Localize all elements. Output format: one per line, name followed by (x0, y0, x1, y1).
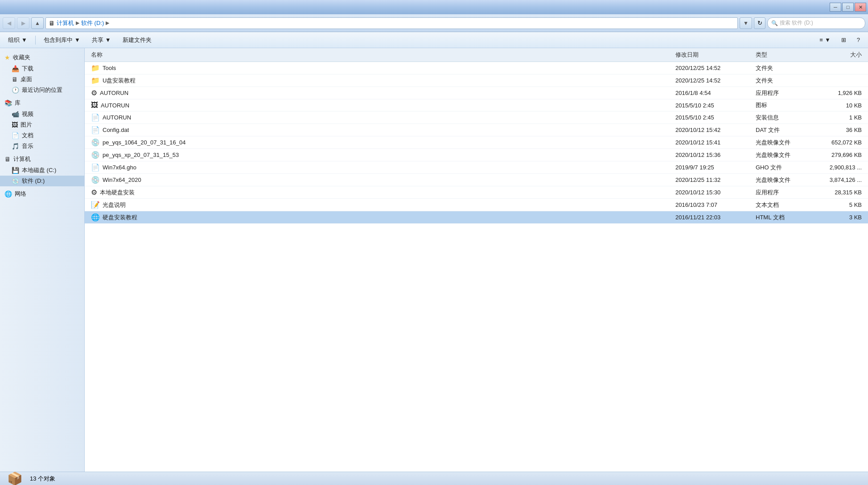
sidebar-item-doc[interactable]: 📄 文档 (0, 130, 84, 141)
file-type-icon: 📄 (91, 126, 100, 134)
table-row[interactable]: 🌐硬盘安装教程2016/11/21 22:03HTML 文档3 KB (85, 211, 868, 224)
table-row[interactable]: 💿pe_yqs_1064_20_07_31_16_042020/10/12 15… (85, 136, 868, 149)
up-button[interactable]: ▲ (31, 17, 44, 29)
dropdown-button[interactable]: ▼ (740, 17, 752, 29)
file-name: 本地硬盘安装 (100, 189, 135, 197)
help-button[interactable]: ? (852, 34, 864, 46)
file-name-cell: 💿pe_yqs_1064_20_07_31_16_04 (88, 137, 673, 148)
back-button[interactable]: ◀ (3, 17, 15, 29)
file-size-cell: 652,072 KB (806, 138, 864, 147)
computer-sidebar-icon: 🖥 (4, 156, 11, 163)
organize-dropdown-icon: ▼ (21, 37, 27, 43)
minimize-button[interactable]: ─ (830, 3, 841, 12)
favorites-section: ★ 收藏夹 📥 下载 🖥 桌面 🕐 最近访问的位置 (0, 52, 84, 95)
col-type[interactable]: 类型 (753, 50, 806, 60)
new-folder-button[interactable]: 新建文件夹 (118, 34, 156, 46)
breadcrumb[interactable]: 🖥 计算机 ▶ 软件 (D:) ▶ (45, 17, 738, 29)
share-button[interactable]: 共享 ▼ (87, 34, 115, 46)
view-menu-button[interactable]: ≡ ▼ (815, 34, 835, 46)
file-type-cell: 应用程序 (753, 188, 806, 197)
close-button[interactable]: ✕ (855, 3, 866, 12)
toolbar-divider-1 (35, 36, 36, 45)
table-row[interactable]: 💿Win7x64_20202020/12/25 11:32光盘映像文件3,874… (85, 174, 868, 186)
sidebar-item-recent[interactable]: 🕐 最近访问的位置 (0, 85, 84, 95)
network-icon: 🌐 (4, 190, 12, 197)
share-label: 共享 (92, 36, 103, 44)
table-row[interactable]: 💿pe_yqs_xp_20_07_31_15_532020/10/12 15:3… (85, 149, 868, 161)
sidebar-item-music[interactable]: 🎵 音乐 (0, 141, 84, 152)
file-type-cell: 光盘映像文件 (753, 150, 806, 160)
table-row[interactable]: 📁Tools2020/12/25 14:52文件夹 (85, 62, 868, 74)
file-name-cell: 🌐硬盘安装教程 (88, 212, 673, 222)
sidebar-item-download[interactable]: 📥 下载 (0, 63, 84, 74)
file-size-cell: 1 KB (806, 113, 864, 122)
col-name[interactable]: 名称 (88, 50, 673, 60)
computer-header[interactable]: 🖥 计算机 (0, 153, 84, 165)
sidebar-item-picture[interactable]: 🖼 图片 (0, 119, 84, 130)
file-type-icon: 📄 (91, 113, 100, 122)
sidebar-item-local-c[interactable]: 💾 本地磁盘 (C:) (0, 165, 84, 176)
col-modified[interactable]: 修改日期 (673, 50, 753, 60)
breadcrumb-sep1: ▶ (76, 20, 79, 26)
refresh-button[interactable]: ↻ (754, 17, 765, 29)
file-type-icon: ⚙ (91, 188, 97, 197)
sidebar-item-video[interactable]: 📹 视频 (0, 109, 84, 119)
local-c-icon: 💾 (12, 167, 19, 174)
search-placeholder: 搜索 软件 (D:) (780, 19, 813, 27)
table-row[interactable]: ⚙AUTORUN2016/1/8 4:54应用程序1,926 KB (85, 87, 868, 99)
recent-label: 最近访问的位置 (22, 86, 62, 94)
sidebar-item-software-d[interactable]: 💿 软件 (D:) (0, 176, 84, 186)
library-header[interactable]: 📚 库 (0, 97, 84, 109)
table-row[interactable]: 📝光盘说明2016/10/23 7:07文本文档5 KB (85, 199, 868, 211)
network-label: 网络 (15, 190, 26, 198)
file-modified-cell: 2015/5/10 2:45 (673, 113, 753, 122)
file-type-cell: 应用程序 (753, 88, 806, 98)
file-modified-cell: 2016/1/8 4:54 (673, 89, 753, 97)
file-name: Win7x64_2020 (103, 177, 141, 183)
file-modified-cell: 2016/11/21 22:03 (673, 213, 753, 222)
maximize-button[interactable]: □ (842, 3, 854, 12)
picture-icon: 🖼 (12, 121, 18, 128)
file-name: U盘安装教程 (103, 77, 136, 85)
table-row[interactable]: 📁U盘安装教程2020/12/25 14:52文件夹 (85, 74, 868, 87)
status-bar: 📦 13 个对象 (0, 472, 868, 485)
breadcrumb-computer[interactable]: 计算机 (57, 19, 74, 27)
table-row[interactable]: 📄AUTORUN2015/5/10 2:45安装信息1 KB (85, 111, 868, 124)
file-type-cell: HTML 文档 (753, 213, 806, 222)
file-name-cell: ⚙AUTORUN (88, 88, 673, 98)
back-icon: ◀ (7, 20, 11, 26)
desktop-label: 桌面 (21, 75, 32, 83)
file-size-cell: 3,874,126 ... (806, 176, 864, 184)
file-type-cell: 文本文档 (753, 200, 806, 210)
include-library-button[interactable]: 包含到库中 ▼ (39, 34, 85, 46)
forward-button[interactable]: ▶ (17, 17, 29, 29)
sidebar-item-desktop[interactable]: 🖥 桌面 (0, 74, 84, 85)
col-size[interactable]: 大小 (806, 50, 864, 60)
file-name: Win7x64.gho (103, 164, 136, 171)
favorites-header[interactable]: ★ 收藏夹 (0, 52, 84, 63)
file-name-cell: 📄AUTORUN (88, 112, 673, 123)
software-d-icon: 💿 (12, 177, 19, 185)
view-dropdown-icon: ▼ (825, 37, 831, 43)
table-row[interactable]: 🖼AUTORUN2015/5/10 2:45图标10 KB (85, 99, 868, 111)
library-label: 库 (15, 99, 21, 107)
download-icon: 📥 (12, 65, 19, 72)
help-icon: ? (857, 37, 860, 43)
table-row[interactable]: 📄Config.dat2020/10/12 15:42DAT 文件36 KB (85, 124, 868, 136)
table-row[interactable]: 📄Win7x64.gho2019/9/7 19:25GHO 文件2,900,81… (85, 161, 868, 174)
favorites-icon: ★ (4, 54, 10, 61)
software-d-label: 软件 (D:) (22, 177, 45, 185)
status-app-icon: 📦 (7, 471, 23, 485)
file-name-cell: 💿pe_yqs_xp_20_07_31_15_53 (88, 150, 673, 160)
search-bar[interactable]: 🔍 搜索 软件 (D:) (767, 17, 865, 29)
file-type-icon: 💿 (91, 138, 100, 147)
organize-button[interactable]: 组织 ▼ (4, 34, 32, 46)
organize-label: 组织 (8, 36, 20, 44)
network-header[interactable]: 🌐 网络 (0, 188, 84, 200)
file-list-area[interactable]: 名称 修改日期 类型 大小 📁Tools2020/12/25 14:52文件夹📁… (85, 48, 868, 472)
breadcrumb-drive[interactable]: 软件 (D:) (81, 19, 104, 27)
table-row[interactable]: ⚙本地硬盘安装2020/10/12 15:30应用程序28,315 KB (85, 186, 868, 199)
layout-button[interactable]: ⊞ (837, 34, 851, 46)
file-type-cell: DAT 文件 (753, 125, 806, 135)
file-type-icon: 💿 (91, 151, 100, 159)
